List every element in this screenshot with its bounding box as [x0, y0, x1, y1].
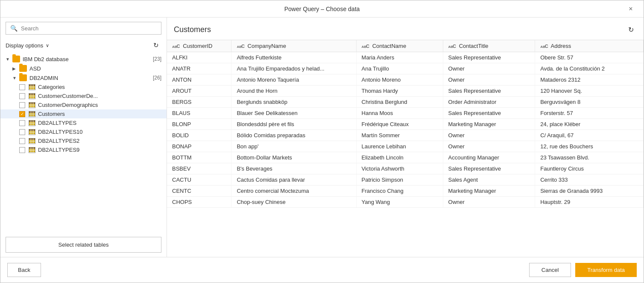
tree-item-db2alltypes2[interactable]: DB2ALLTYPES2 [0, 136, 167, 145]
table-cell: Hauptstr. 29 [535, 197, 644, 208]
table-cell: Frédérique Citeaux [356, 119, 443, 130]
table-title: Customers [174, 25, 211, 34]
tree-item-customercustomerde[interactable]: CustomerCustomerDe... [0, 91, 167, 100]
tree-item-customers[interactable]: Customers [0, 109, 167, 118]
tree-item-db2admin[interactable]: ▼ DB2ADMIN [26] [0, 73, 167, 83]
table-cell: Owner [443, 74, 535, 85]
table-cell: Fauntleroy Circus [535, 163, 644, 174]
search-icon: 🔍 [10, 25, 18, 32]
table-row: ANATRAna Trujillo Emparedados y helad...… [167, 63, 644, 74]
table-cell: Hanna Moos [356, 108, 443, 119]
data-table-container[interactable]: ABC CustomerID ABC CompanyName ABC Conta… [167, 40, 644, 257]
close-button[interactable]: × [625, 3, 637, 15]
table-row: CHOPSChop-suey ChineseYang WangOwnerHaup… [167, 197, 644, 208]
refresh-button-left[interactable]: ↻ [150, 40, 161, 51]
col-header-customerid[interactable]: ABC CustomerID [167, 40, 231, 52]
table-cell: CHOPS [167, 197, 231, 208]
tree-label-ibm-db2: IBM Db2 database [23, 56, 150, 62]
col-header-companyname[interactable]: ABC CompanyName [231, 40, 356, 52]
table-cell: Thomas Hardy [356, 85, 443, 97]
checkbox-categories[interactable] [19, 84, 25, 90]
checkbox-customerdemographics[interactable] [19, 102, 25, 108]
checkbox-customercustomerde[interactable] [19, 93, 25, 99]
table-row: BLONPBlondesddsl père et filsFrédérique … [167, 119, 644, 130]
tree-label-customerdemographics: CustomerDemographics [38, 102, 161, 108]
table-icon-customercustomerde [29, 93, 35, 99]
table-cell: Avda. de la Constitución 2 [535, 63, 644, 74]
checkbox-customers[interactable] [19, 111, 25, 117]
table-cell: CENTC [167, 186, 231, 197]
table-cell: C/ Araquil, 67 [535, 130, 644, 141]
tree-item-ibm-db2[interactable]: ▼ IBM Db2 database [23] [0, 54, 167, 64]
back-button[interactable]: Back [7, 263, 41, 277]
checkbox-db2alltypes2[interactable] [19, 138, 25, 144]
table-cell: Centro comercial Moctezuma [231, 186, 356, 197]
table-cell: Sales Representative [443, 85, 535, 97]
tree-item-db2alltypes[interactable]: DB2ALLTYPES [0, 118, 167, 127]
table-cell: Yang Wang [356, 197, 443, 208]
tree-item-db2alltypes10[interactable]: DB2ALLTYPES10 [0, 127, 167, 136]
table-cell: Christina Berglund [356, 97, 443, 108]
table-cell: Forsterstr. 57 [535, 108, 644, 119]
table-cell: Victoria Ashworth [356, 163, 443, 174]
checkbox-db2alltypes10[interactable] [19, 129, 25, 135]
select-related-tables-button[interactable]: Select related tables [6, 237, 161, 253]
display-options-label-text: Display options [6, 42, 43, 49]
table-cell: ANTON [167, 74, 231, 85]
table-row: AROUTAround the HornThomas HardySales Re… [167, 85, 644, 97]
table-cell: BOTTM [167, 152, 231, 163]
table-cell: BSBEV [167, 163, 231, 174]
tree-count-db2admin: [26] [153, 75, 161, 81]
expand-arrow-asd: ▶ [12, 66, 19, 71]
table-cell: 120 Hanover Sq. [535, 85, 644, 97]
table-cell: Marketing Manager [443, 186, 535, 197]
checkbox-db2alltypes9[interactable] [19, 147, 25, 153]
table-row: BSBEVB's BeveragesVictoria AshworthSales… [167, 163, 644, 174]
table-cell: BERGS [167, 97, 231, 108]
display-options-button[interactable]: Display options ∨ [6, 42, 49, 49]
table-cell: CACTU [167, 174, 231, 186]
display-options-bar: Display options ∨ ↻ [0, 38, 167, 54]
table-cell: Cerrito 333 [535, 174, 644, 186]
table-header: ABC CustomerID ABC CompanyName ABC Conta… [167, 40, 644, 52]
checkbox-db2alltypes[interactable] [19, 120, 25, 126]
tree-item-asd[interactable]: ▶ ASD [0, 64, 167, 73]
tree-container[interactable]: ▼ IBM Db2 database [23] ▶ ASD ▼ DB2ADMIN [0, 54, 167, 233]
tree-label-db2alltypes10: DB2ALLTYPES10 [38, 129, 161, 135]
table-cell: Berglunds snabbköp [231, 97, 356, 108]
tree-count-ibm-db2: [23] [153, 56, 161, 62]
search-input[interactable] [21, 25, 157, 32]
table-body: ALFKIAlfreds FutterkisteMaria AndersSale… [167, 52, 644, 208]
table-cell: Patricio Simpson [356, 174, 443, 186]
table-cell: Owner [443, 130, 535, 141]
table-cell: Antonio Moreno [356, 74, 443, 85]
col-header-address[interactable]: ABC Address [535, 40, 644, 52]
table-cell: 12, rue des Bouchers [535, 141, 644, 152]
folder-icon-db2admin [19, 74, 27, 81]
main-content: 🔍 Display options ∨ ↻ ▼ IBM Db2 database [0, 18, 644, 257]
table-cell: Ana Trujillo Emparedados y helad... [231, 63, 356, 74]
right-panel: Customers ↻ ABC CustomerID ABC Comp [167, 18, 644, 257]
cancel-button[interactable]: Cancel [529, 263, 571, 277]
table-cell: BONAP [167, 141, 231, 152]
table-cell: Cactus Comidas para llevar [231, 174, 356, 186]
table-cell: 23 Tsawassen Blvd. [535, 152, 644, 163]
table-cell: Sales Representative [443, 108, 535, 119]
table-row: BOTTMBottom-Dollar MarketsElizabeth Linc… [167, 152, 644, 163]
table-row: CENTCCentro comercial MoctezumaFrancisco… [167, 186, 644, 197]
data-table: ABC CustomerID ABC CompanyName ABC Conta… [167, 40, 644, 208]
chevron-down-icon: ∨ [46, 43, 49, 48]
tree-item-db2alltypes9[interactable]: DB2ALLTYPES9 [0, 145, 167, 154]
transform-data-button[interactable]: Transform data [575, 263, 637, 277]
table-row: BONAPBon app'Laurence LebihanOwner12, ru… [167, 141, 644, 152]
col-header-contactname[interactable]: ABC ContactName [356, 40, 443, 52]
col-header-contacttitle[interactable]: ABC ContactTitle [443, 40, 535, 52]
footer-right-buttons: Cancel Transform data [529, 263, 637, 277]
type-icon-contactname: ABC [362, 44, 369, 49]
search-box: 🔍 [6, 22, 161, 35]
table-icon-db2alltypes9 [29, 147, 35, 153]
tree-item-customerdemographics[interactable]: CustomerDemographics [0, 100, 167, 109]
refresh-button-right[interactable]: ↻ [625, 24, 637, 35]
table-cell: BLAUS [167, 108, 231, 119]
tree-item-categories[interactable]: Categories [0, 83, 167, 91]
